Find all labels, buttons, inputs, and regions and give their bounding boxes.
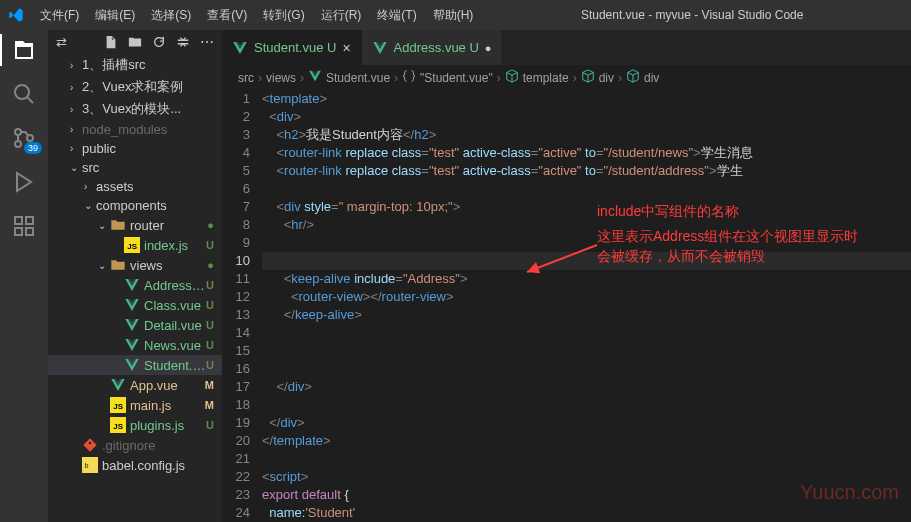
debug-icon[interactable]: [12, 170, 36, 194]
tree-item[interactable]: Class.vueU: [48, 295, 222, 315]
menu-item[interactable]: 编辑(E): [87, 7, 143, 24]
code-line[interactable]: </keep-alive>: [262, 306, 911, 324]
menu-item[interactable]: 文件(F): [32, 7, 87, 24]
breadcrumb-item[interactable]: div: [644, 71, 659, 85]
code-line[interactable]: <script>: [262, 468, 911, 486]
git-status: U: [206, 279, 214, 291]
close-icon[interactable]: ×: [342, 40, 350, 56]
editor-tab[interactable]: Student.vue U×: [222, 30, 362, 65]
git-status: ●: [207, 259, 214, 271]
menubar: 文件(F)编辑(E)选择(S)查看(V)转到(G)运行(R)终端(T)帮助(H): [32, 7, 481, 24]
code-line[interactable]: </div>: [262, 378, 911, 396]
breadcrumb-item[interactable]: div: [599, 71, 614, 85]
tree-item[interactable]: ›node_modules: [48, 120, 222, 139]
code-line[interactable]: <h2>我是Student内容</h2>: [262, 126, 911, 144]
code-line[interactable]: name:'Student': [262, 504, 911, 522]
tree-item[interactable]: ⌄views●: [48, 255, 222, 275]
code-line[interactable]: [262, 360, 911, 378]
tree-item[interactable]: Detail.vueU: [48, 315, 222, 335]
tree-item[interactable]: JSmain.jsM: [48, 395, 222, 415]
tree-item[interactable]: ⌄router●: [48, 215, 222, 235]
editor-tab[interactable]: Address.vue U●: [362, 30, 503, 65]
code-line[interactable]: export default {: [262, 486, 911, 504]
tree-item[interactable]: ›public: [48, 139, 222, 158]
breadcrumb-item[interactable]: template: [523, 71, 569, 85]
tree-item[interactable]: Address.vueU: [48, 275, 222, 295]
breadcrumb-sep-icon: ›: [258, 71, 262, 85]
code-line[interactable]: <template>: [262, 90, 911, 108]
line-number: 19: [222, 414, 250, 432]
tab-label: Address.vue U: [394, 40, 479, 55]
git-status: ●: [207, 219, 214, 231]
code-line[interactable]: [262, 324, 911, 342]
new-folder-icon[interactable]: [128, 35, 142, 49]
refresh-icon[interactable]: [152, 35, 166, 49]
tree-label: Student.vue: [144, 358, 206, 373]
git-status: U: [206, 419, 214, 431]
menu-item[interactable]: 运行(R): [313, 7, 370, 24]
tree-item[interactable]: JSplugins.jsU: [48, 415, 222, 435]
tree-item[interactable]: ⌄src: [48, 158, 222, 177]
code-line[interactable]: <hr/>: [262, 216, 911, 234]
braces-icon: [402, 69, 416, 86]
tree-arrow-icon: ›: [70, 82, 82, 93]
svg-point-2: [15, 141, 21, 147]
code-line[interactable]: <router-link replace class="test" active…: [262, 162, 911, 180]
breadcrumb-item[interactable]: Student.vue: [326, 71, 390, 85]
tree-item[interactable]: News.vueU: [48, 335, 222, 355]
code-line[interactable]: <router-view></router-view>: [262, 288, 911, 306]
code-line[interactable]: </div>: [262, 414, 911, 432]
tree-arrow-icon: ⌄: [70, 162, 82, 173]
code-line[interactable]: </template>: [262, 432, 911, 450]
tree-label: router: [130, 218, 207, 233]
breadcrumb-item[interactable]: src: [238, 71, 254, 85]
scm-badge: 39: [24, 142, 42, 154]
code-line[interactable]: [262, 180, 911, 198]
extensions-icon[interactable]: [12, 214, 36, 238]
tree-item[interactable]: ›assets: [48, 177, 222, 196]
file-tree: ›1、插槽src›2、Vuex求和案例›3、Vuex的模块...›node_mo…: [48, 54, 222, 475]
tree-label: 3、Vuex的模块...: [82, 100, 222, 118]
tree-item[interactable]: ›2、Vuex求和案例: [48, 76, 222, 98]
menu-item[interactable]: 查看(V): [199, 7, 255, 24]
code-line[interactable]: [262, 450, 911, 468]
menu-item[interactable]: 终端(T): [369, 7, 424, 24]
code-content[interactable]: <template> <div> <h2>我是Student内容</h2> <r…: [262, 90, 911, 522]
tree-label: views: [130, 258, 207, 273]
menu-item[interactable]: 帮助(H): [425, 7, 482, 24]
code-line[interactable]: [262, 396, 911, 414]
svg-point-0: [15, 85, 29, 99]
line-numbers: 123456789101112131415161718192021222324: [222, 90, 262, 522]
tree-label: node_modules: [82, 122, 222, 137]
code-editor[interactable]: 123456789101112131415161718192021222324 …: [222, 90, 911, 522]
breadcrumb-item[interactable]: views: [266, 71, 296, 85]
tree-item[interactable]: bbabel.config.js: [48, 455, 222, 475]
code-line[interactable]: [262, 252, 911, 270]
breadcrumbs[interactable]: src›views›Student.vue›"Student.vue"›temp…: [222, 65, 911, 90]
code-line[interactable]: <div style=" margin-top: 10px;">: [262, 198, 911, 216]
view-toggle-icon[interactable]: ⇄: [56, 35, 67, 50]
code-line[interactable]: [262, 342, 911, 360]
tree-item[interactable]: JSindex.jsU: [48, 235, 222, 255]
tree-item[interactable]: ⌄components: [48, 196, 222, 215]
new-file-icon[interactable]: [104, 35, 118, 49]
code-line[interactable]: <router-link replace class="test" active…: [262, 144, 911, 162]
more-icon[interactable]: ⋯: [200, 34, 214, 50]
code-line[interactable]: <div>: [262, 108, 911, 126]
search-icon[interactable]: [12, 82, 36, 106]
tree-item[interactable]: .gitignore: [48, 435, 222, 455]
tree-item[interactable]: ›3、Vuex的模块...: [48, 98, 222, 120]
menu-item[interactable]: 选择(S): [143, 7, 199, 24]
tree-item[interactable]: App.vueM: [48, 375, 222, 395]
collapse-icon[interactable]: [176, 35, 190, 49]
code-line[interactable]: [262, 234, 911, 252]
source-control-icon[interactable]: 39: [12, 126, 36, 150]
tree-item[interactable]: Student.vueU: [48, 355, 222, 375]
code-line[interactable]: <keep-alive include="Address">: [262, 270, 911, 288]
tree-label: .gitignore: [102, 438, 222, 453]
breadcrumb-item[interactable]: "Student.vue": [420, 71, 493, 85]
menu-item[interactable]: 转到(G): [255, 7, 312, 24]
explorer-icon[interactable]: [12, 38, 36, 62]
tree-item[interactable]: ›1、插槽src: [48, 54, 222, 76]
tree-label: public: [82, 141, 222, 156]
